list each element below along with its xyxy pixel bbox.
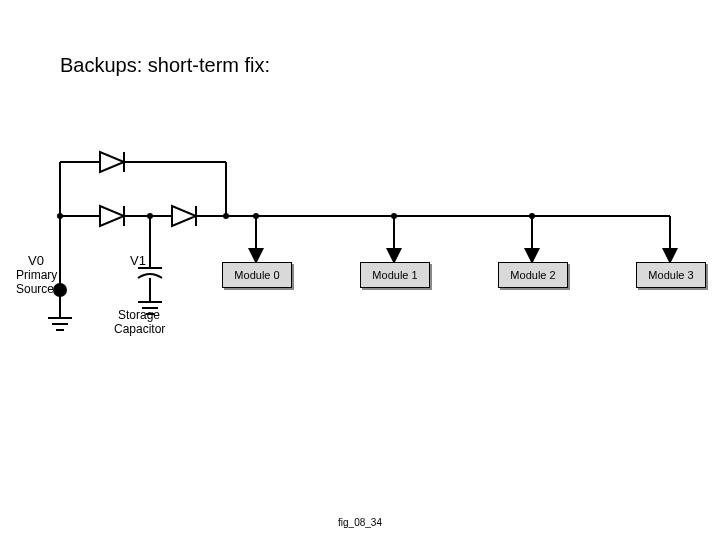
module-label: Module 3: [648, 269, 693, 281]
svg-point-27: [223, 213, 229, 219]
diode-icon: [100, 206, 124, 226]
svg-point-31: [391, 213, 397, 219]
diode-icon: [100, 152, 124, 172]
diode-icon: [172, 206, 196, 226]
capacitor-icon: [138, 268, 162, 278]
svg-point-29: [253, 213, 259, 219]
module-box: Module 3: [636, 262, 706, 288]
module-box: Module 0: [222, 262, 292, 288]
svg-marker-16: [172, 206, 196, 226]
svg-marker-6: [100, 152, 124, 172]
ground-icon: [48, 318, 72, 330]
module-box: Module 2: [498, 262, 568, 288]
ground-icon: [138, 302, 162, 314]
svg-point-33: [529, 213, 535, 219]
svg-point-26: [57, 213, 63, 219]
svg-marker-11: [100, 206, 124, 226]
circuit-diagram: Backups: short-term fix: V0 Primary Sour…: [0, 0, 720, 540]
module-label: Module 2: [510, 269, 555, 281]
module-box: Module 1: [360, 262, 430, 288]
module-label: Module 0: [234, 269, 279, 281]
module-label: Module 1: [372, 269, 417, 281]
primary-source-icon: [53, 283, 67, 297]
figure-caption: fig_08_34: [0, 517, 720, 528]
